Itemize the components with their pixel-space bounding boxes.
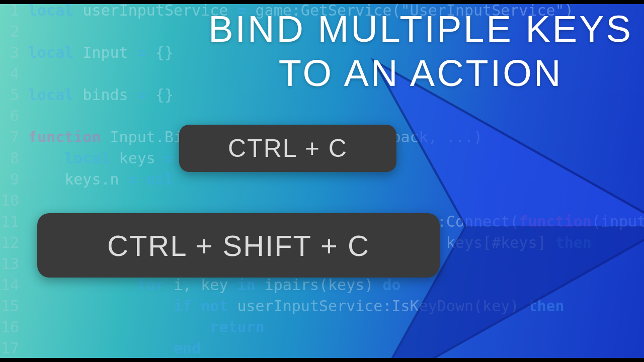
title-line-2: TO AN ACTION — [201, 51, 640, 96]
svg-marker-0 — [376, 63, 644, 362]
letterbox-top — [0, 0, 644, 4]
thumbnail-stage: 1local userInputService = game:GetServic… — [0, 0, 644, 362]
shortcut-pill-ctrl-c: CTRL + C — [179, 125, 396, 172]
shortcut-pill-ctrl-shift-c: CTRL + SHIFT + C — [37, 213, 440, 278]
shortcut-label: CTRL + SHIFT + C — [107, 229, 370, 262]
shortcut-label: CTRL + C — [228, 134, 348, 163]
title: BIND MULTIPLE KEYS TO AN ACTION — [201, 7, 640, 96]
title-line-1: BIND MULTIPLE KEYS — [208, 8, 633, 50]
letterbox-bottom — [0, 358, 644, 362]
